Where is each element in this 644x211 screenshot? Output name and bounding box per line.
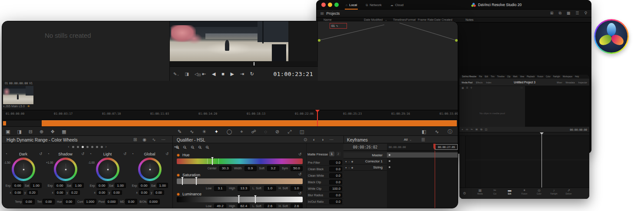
edit-playhead[interactable]	[542, 132, 542, 188]
reset-icon[interactable]: ↺	[39, 152, 42, 156]
grab-still-icon[interactable]: ◨	[17, 129, 21, 134]
x-value[interactable]: 0.00	[13, 190, 23, 195]
custom-curves-icon[interactable]: ∿	[190, 129, 194, 134]
hue-curves-icon[interactable]: ✳	[202, 129, 206, 134]
tab-cloud[interactable]: ☁ Cloud	[386, 0, 408, 10]
menu-edit[interactable]: Edit	[485, 76, 488, 78]
effects-toggle[interactable]: Effects	[476, 81, 482, 84]
qualifier-options-icon[interactable]: ⋯	[329, 138, 334, 142]
luminance-range-bar[interactable]	[177, 197, 303, 202]
hue-soft-value[interactable]: 3.2	[267, 166, 279, 171]
sat-value[interactable]: 1.00	[157, 183, 168, 188]
minimize-button[interactable]	[328, 3, 332, 7]
thumbnails-icon[interactable]: ▦	[62, 129, 66, 134]
keyframe-ruler[interactable]: 00:00:00:00 00:00:27:05	[387, 144, 458, 151]
sizing-icon[interactable]: ⤢	[287, 129, 291, 134]
scopes-icon[interactable]: ∿	[435, 129, 439, 134]
node-editor-panel[interactable]: 01 ✎	[318, 21, 458, 81]
key-icon[interactable]: ⊘	[275, 129, 279, 134]
menu-trim[interactable]: Trim	[491, 76, 495, 78]
play-button[interactable]: ▶	[231, 72, 234, 76]
stop-button[interactable]: ■	[221, 72, 225, 76]
blade-tool-icon[interactable]: ✂	[471, 128, 473, 131]
saturation-enable-toggle[interactable]	[177, 174, 180, 177]
color-wheel[interactable]	[138, 158, 162, 181]
blur-radius-value[interactable]: 0.0	[329, 193, 342, 198]
hue-range-bar[interactable]	[177, 158, 303, 164]
trim-tool-icon[interactable]: ▭	[466, 128, 468, 131]
keyframe-row-corrector1[interactable]: ● › ◆ Corrector 1	[343, 158, 387, 165]
menu-clip[interactable]: Clip	[507, 76, 511, 78]
luminance-reset-icon[interactable]: ↺	[298, 191, 302, 195]
keyframe-filter-dropdown[interactable]: All ⌄	[404, 138, 412, 142]
keyframe-row-sizing[interactable]: ● › ◆ Sizing	[343, 165, 387, 171]
softness-add-icon[interactable]: ⚲	[197, 145, 203, 150]
list-view-icon[interactable]: ☰	[575, 11, 579, 15]
clean-black-value[interactable]: 0.0	[329, 167, 342, 171]
play-reverse-button[interactable]: ◀	[212, 72, 215, 76]
y-value[interactable]: 0.20	[27, 190, 38, 195]
timeline-playhead[interactable]	[317, 111, 318, 127]
x-value[interactable]: 0.00	[97, 190, 107, 195]
page-fairlight[interactable]: ♪Fairlight	[548, 189, 559, 195]
black-clip-value[interactable]: 0.0	[329, 180, 342, 185]
hue-width-value[interactable]: 0.9	[244, 166, 257, 171]
annotation-pen-icon[interactable]: ✎⌄	[173, 72, 179, 76]
y-value[interactable]: 0.00	[154, 190, 164, 195]
menu-fusion[interactable]: Fusion	[537, 76, 543, 78]
menu-playback[interactable]: Playback	[527, 76, 535, 78]
settings-gear-icon[interactable]: ⚙	[463, 192, 466, 195]
clean-white-value[interactable]: 0.0	[329, 173, 342, 178]
timeline-ruler[interactable]: 01:00:00:00 01:00:03:17 01:00:07:10 01:0…	[2, 110, 458, 120]
reset-icon[interactable]: ↺	[165, 152, 168, 156]
tab-local[interactable]: ⌂ Local	[341, 0, 361, 10]
md-value[interactable]: 0.00	[125, 199, 137, 204]
split-screen-icon[interactable]: ⊟	[29, 129, 33, 134]
page-deliver[interactable]: ⇗Deliver	[563, 189, 574, 195]
magic-mask-icon[interactable]: ☍	[251, 129, 256, 134]
thumbnail-view-icon[interactable]: ▦	[462, 87, 464, 89]
stills-icon[interactable]: ▣	[6, 129, 10, 134]
saturation-range-bar[interactable]	[177, 178, 303, 184]
lum-high-value[interactable]: 62.4	[238, 204, 250, 209]
viewer-seek-bar[interactable]	[170, 61, 318, 66]
wheel-page-dot[interactable]	[91, 146, 93, 148]
keyframe-track-area[interactable]	[387, 151, 458, 208]
color-wheel[interactable]	[12, 158, 35, 181]
menu-workspace[interactable]: Workspace	[563, 76, 572, 78]
wheel-page-dot[interactable]	[101, 146, 103, 148]
hdr-bypass-icon[interactable]: ◉	[142, 138, 146, 142]
index-toggle[interactable]: Index	[486, 81, 491, 84]
sat-value[interactable]: 1.00	[30, 183, 42, 188]
keyframe-options-icon[interactable]: ☰	[421, 138, 425, 142]
lightbox-icon[interactable]: ❖	[50, 129, 55, 134]
zoom-icon[interactable]: ⊕	[40, 129, 43, 134]
info-icon[interactable]: ⓘ	[448, 129, 452, 134]
page-fusion[interactable]: ✦Fusion	[519, 189, 530, 195]
qualifier-icon[interactable]: ✦	[215, 129, 218, 134]
menu-help[interactable]: Help	[575, 76, 579, 78]
wheel-page-dot[interactable]	[72, 146, 74, 148]
sat-low-value[interactable]: 3.1	[214, 186, 226, 191]
menu-timeline[interactable]: Timeline	[497, 76, 505, 78]
search-icon[interactable]: ⚲	[584, 11, 587, 15]
insert-clip-icon[interactable]: ⊞	[476, 128, 478, 131]
page-media[interactable]: ▦Media	[475, 189, 485, 195]
keyframe-marker[interactable]	[389, 154, 390, 156]
saturation-reset-icon[interactable]: ↺	[298, 172, 302, 176]
next-wheel-set-button[interactable]: ›	[106, 145, 107, 149]
pivot-value[interactable]: 0.000	[106, 199, 118, 204]
x-value[interactable]: 0.00	[139, 190, 149, 195]
wipe-mode-icon[interactable]: ◨	[185, 72, 188, 76]
x-value[interactable]: 0.00	[55, 190, 65, 195]
exp-value[interactable]: 0.00	[96, 183, 108, 188]
next-clip-button[interactable]: ⇥	[240, 72, 244, 76]
grid-view-icon[interactable]: ▦	[567, 11, 571, 15]
reset-icon[interactable]: ↺	[123, 152, 126, 156]
keyframe-marker[interactable]	[389, 160, 390, 162]
hdr-expand-icon[interactable]: ⊞	[133, 138, 137, 142]
keyframe-marker[interactable]	[389, 166, 390, 168]
overwrite-clip-icon[interactable]: ⧉	[480, 128, 482, 131]
selection-tool-icon[interactable]: ⌖	[462, 128, 463, 131]
picker-subtract-icon[interactable]: ⚲	[190, 145, 195, 150]
